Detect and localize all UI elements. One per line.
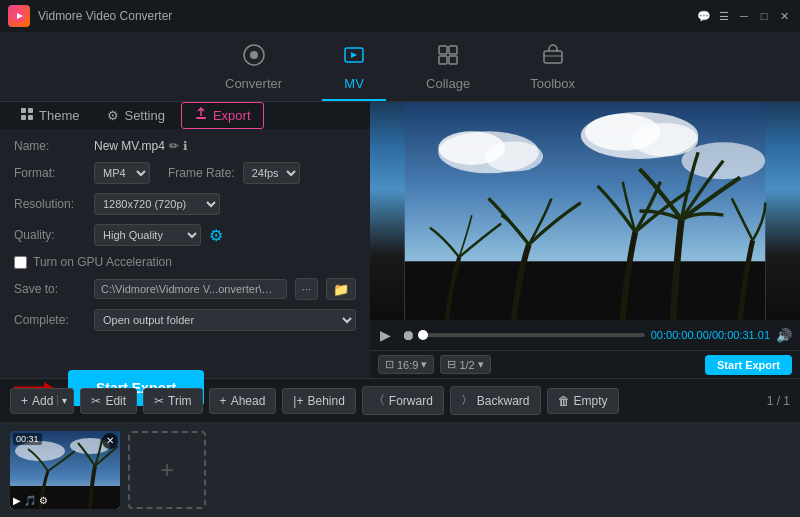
tab-toolbox[interactable]: Toolbox (510, 35, 595, 101)
title-bar-left: Vidmore Video Converter (8, 5, 172, 27)
add-chevron-icon: ▾ (57, 395, 67, 406)
sub-nav: Theme ⚙ Setting Export (0, 102, 370, 129)
resolution-select[interactable]: 1280x720 (720p) 1920x1080 (1080p) 3840x2… (94, 193, 220, 215)
progress-bar[interactable] (423, 333, 645, 337)
export-form: Name: New MV.mp4 ✏ ℹ Format: MP4 MOV AVI… (0, 129, 370, 350)
sub-nav-export[interactable]: Export (181, 102, 264, 129)
info-icon[interactable]: ℹ (183, 139, 188, 153)
tab-mv-label: MV (344, 76, 364, 91)
title-bar: Vidmore Video Converter 💬 ☰ ─ □ ✕ (0, 0, 800, 32)
tab-mv[interactable]: MV (322, 35, 386, 101)
svg-rect-15 (196, 117, 206, 119)
add-clip-button[interactable]: + (128, 431, 206, 509)
backward-icon: 〉 (461, 392, 473, 409)
tab-converter[interactable]: Converter (205, 35, 302, 101)
backward-button[interactable]: 〉 Backward (450, 386, 541, 415)
save-to-label: Save to: (14, 282, 86, 296)
theme-grid-icon (20, 107, 34, 124)
svg-rect-12 (28, 108, 33, 113)
main-content: Theme ⚙ Setting Export Name: (0, 102, 800, 378)
svg-rect-8 (449, 56, 457, 64)
save-to-row: Save to: C:\Vidmore\Vidmore V...onverter… (14, 278, 356, 300)
ratio-label: 16:9 (397, 359, 418, 371)
backward-label: Backward (477, 394, 530, 408)
svg-rect-5 (439, 46, 447, 54)
tab-collage[interactable]: Collage (406, 35, 490, 101)
trim-button[interactable]: ✂ Trim (143, 388, 203, 414)
empty-label: Empty (574, 394, 608, 408)
format-label: Format: (14, 166, 86, 180)
timeline: ✕ 00:31 ▶ 🎵 ⚙ + (0, 422, 800, 517)
forward-button[interactable]: 〈 Forward (362, 386, 444, 415)
thumb-audio-icon: 🎵 (24, 495, 36, 506)
svg-point-3 (250, 51, 258, 59)
add-icon: + (21, 394, 28, 408)
svg-rect-13 (21, 115, 26, 120)
forward-icon: 〈 (373, 392, 385, 409)
add-button[interactable]: + Add ▾ (10, 388, 74, 414)
volume-icon[interactable]: 🔊 (776, 328, 792, 343)
empty-button[interactable]: 🗑 Empty (547, 388, 619, 414)
quality-select[interactable]: High Quality Medium Quality Low Quality (94, 224, 201, 246)
menu-btn[interactable]: ☰ (716, 8, 732, 24)
progress-dot (418, 330, 428, 340)
sub-nav-setting[interactable]: ⚙ Setting (95, 104, 176, 127)
format-select[interactable]: MP4 MOV AVI (94, 162, 150, 184)
trim-label: Trim (168, 394, 192, 408)
add-clip-icon: + (160, 456, 174, 484)
title-bar-controls: 💬 ☰ ─ □ ✕ (696, 8, 792, 24)
scale-btn[interactable]: ⊟ 1/2 ▾ (440, 355, 490, 374)
thumb-media-icons: ▶ 🎵 ⚙ (13, 495, 48, 506)
aspect-ratio-btn[interactable]: ⊡ 16:9 ▾ (378, 355, 434, 374)
edit-label: Edit (105, 394, 126, 408)
quality-gear-btn[interactable]: ⚙ (209, 226, 223, 245)
behind-label: Behind (307, 394, 344, 408)
ratio-chevron: ▾ (421, 358, 427, 371)
timeline-thumb-1: ✕ 00:31 ▶ 🎵 ⚙ (10, 431, 120, 509)
quality-row: Quality: High Quality Medium Quality Low… (14, 224, 356, 246)
left-panel: Theme ⚙ Setting Export Name: (0, 102, 370, 378)
sub-nav-setting-label: Setting (124, 108, 164, 123)
sub-nav-theme[interactable]: Theme (8, 103, 91, 128)
ahead-label: Ahead (231, 394, 266, 408)
edit-icon[interactable]: ✏ (169, 139, 179, 153)
scale-label: 1/2 (459, 359, 474, 371)
svg-rect-14 (28, 115, 33, 120)
play-btn[interactable]: ▶ (378, 325, 393, 345)
tab-converter-label: Converter (225, 76, 282, 91)
complete-label: Complete: (14, 313, 86, 327)
name-value: New MV.mp4 ✏ ℹ (94, 139, 188, 153)
gpu-checkbox[interactable] (14, 256, 27, 269)
thumb-close-btn[interactable]: ✕ (102, 433, 118, 449)
complete-select[interactable]: Open output folder Do nothing (94, 309, 356, 331)
frame-rate-label: Frame Rate: (168, 166, 235, 180)
minimize-btn[interactable]: ─ (736, 8, 752, 24)
video-preview (370, 102, 800, 320)
svg-point-21 (484, 141, 543, 171)
maximize-btn[interactable]: □ (756, 8, 772, 24)
scale-icon: ⊟ (447, 358, 456, 371)
folder-btn[interactable]: 📁 (326, 278, 356, 300)
stop-btn[interactable]: ⏺ (399, 325, 417, 345)
close-btn[interactable]: ✕ (776, 8, 792, 24)
forward-label: Forward (389, 394, 433, 408)
name-label: Name: (14, 139, 86, 153)
edit-button[interactable]: ✂ Edit (80, 388, 137, 414)
video-bg (370, 102, 800, 320)
page-count: 1 / 1 (767, 394, 790, 408)
toolbox-icon (541, 43, 565, 72)
ahead-button[interactable]: + Ahead (209, 388, 277, 414)
collage-icon (436, 43, 460, 72)
resolution-row: Resolution: 1280x720 (720p) 1920x1080 (1… (14, 193, 356, 215)
svg-rect-6 (449, 46, 457, 54)
start-export-small-btn[interactable]: Start Export (705, 355, 792, 375)
frame-rate-select[interactable]: 24fps 30fps 60fps (243, 162, 300, 184)
browse-dots-btn[interactable]: ··· (295, 278, 318, 300)
gpu-label[interactable]: Turn on GPU Acceleration (33, 255, 172, 269)
ratio-icon: ⊡ (385, 358, 394, 371)
behind-button[interactable]: |+ Behind (282, 388, 356, 414)
complete-row: Complete: Open output folder Do nothing (14, 309, 356, 331)
app-title: Vidmore Video Converter (38, 9, 172, 23)
thumb-settings-icon: ⚙ (39, 495, 48, 506)
chat-icon-btn[interactable]: 💬 (696, 8, 712, 24)
